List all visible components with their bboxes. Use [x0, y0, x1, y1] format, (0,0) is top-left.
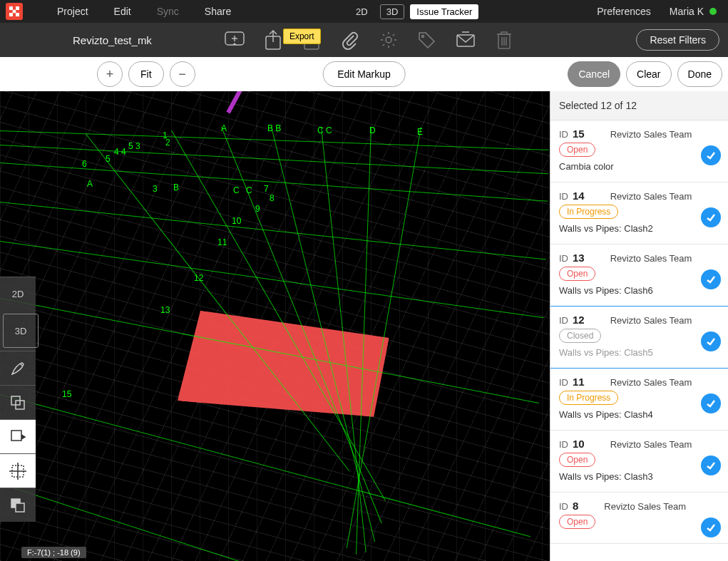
edit-markup-button[interactable]: Edit Markup	[322, 61, 406, 87]
svg-rect-0	[9, 6, 13, 10]
menu-preferences[interactable]: Preferences	[584, 6, 663, 17]
issue-id-label: ID	[559, 377, 568, 388]
palette-select-icon[interactable]	[0, 385, 36, 419]
issue-status-pill: Open	[559, 143, 595, 157]
user-area[interactable]: Maria K	[664, 6, 722, 17]
delete-button[interactable]	[491, 27, 517, 53]
issue-assignee: Revizto Sales Team	[610, 129, 719, 140]
issue-id: 12	[573, 314, 585, 326]
issue-id: 15	[573, 128, 585, 140]
palette-2d[interactable]: 2D	[0, 277, 36, 311]
issue-id-label: ID	[559, 315, 568, 326]
grid-label: D	[369, 125, 376, 135]
issue-status-pill: In Progress	[559, 391, 618, 405]
grid-label: C	[246, 185, 252, 195]
clear-button[interactable]: Clear	[626, 61, 671, 87]
attachment-button[interactable]	[337, 27, 363, 53]
tags-button[interactable]	[414, 27, 440, 53]
issue-row[interactable]: ID 8 Revizto Sales Team Open	[550, 493, 728, 544]
online-status-icon	[709, 8, 717, 15]
grid-label: E	[417, 127, 423, 137]
new-issue-button[interactable]	[222, 27, 247, 53]
palette-layers-icon[interactable]	[0, 488, 36, 522]
svg-rect-23	[11, 431, 21, 441]
cancel-button[interactable]: Cancel	[568, 61, 620, 87]
issue-status-pill: Closed	[559, 329, 601, 343]
grid-label: 13	[160, 305, 170, 315]
issue-title: Walls vs Pipes: Clash6	[559, 285, 719, 296]
issue-id: 11	[573, 376, 585, 388]
grid-label: 3	[153, 184, 158, 194]
issue-title: Cambia color	[559, 161, 719, 172]
issue-id: 8	[573, 500, 578, 512]
issue-row[interactable]: ID 12 Revizto Sales Team Closed Walls vs…	[550, 306, 728, 369]
view-issue-tracker-toggle[interactable]: Issue Tracker	[410, 4, 478, 19]
app-logo-icon	[6, 3, 23, 20]
grid-label: 4 4	[114, 147, 126, 157]
settings-button[interactable]	[376, 27, 401, 53]
issue-id-label: ID	[559, 439, 568, 450]
palette-pen-icon[interactable]	[0, 351, 36, 385]
menu-sync[interactable]: Sync	[144, 6, 192, 17]
issue-selected-check-icon[interactable]	[701, 393, 721, 413]
tool-palette: 2D 3D	[0, 277, 36, 522]
grid-label: B	[173, 182, 179, 192]
user-name: Maria K	[670, 6, 704, 17]
issue-row[interactable]: ID 14 Revizto Sales Team In Progress Wal…	[550, 182, 728, 245]
export-button[interactable]: Export	[260, 27, 286, 53]
zoom-in-button[interactable]: +	[97, 61, 123, 87]
menu-edit[interactable]: Edit	[101, 6, 144, 17]
grid-label: 10	[232, 216, 241, 226]
issue-assignee: Revizto Sales Team	[610, 439, 719, 450]
inbox-button[interactable]	[453, 27, 478, 53]
svg-rect-3	[16, 13, 19, 16]
svg-point-12	[386, 37, 391, 43]
issue-id-label: ID	[559, 129, 568, 140]
viewport-3d[interactable]: A B B C C D E 1 2 3 4 4 5 3 6 5 A B C C …	[0, 91, 550, 561]
zoom-out-button[interactable]: −	[170, 61, 195, 87]
view-3d-toggle[interactable]: 3D	[380, 4, 405, 19]
svg-rect-1	[16, 6, 19, 10]
palette-section-icon[interactable]	[0, 419, 36, 453]
grid-label: 5 3	[128, 141, 140, 151]
grid-label: 8	[270, 193, 275, 203]
issue-row[interactable]: ID 15 Revizto Sales Team Open Cambia col…	[550, 120, 728, 182]
grid-label: 15	[62, 389, 71, 399]
svg-line-29	[228, 91, 267, 113]
svg-rect-28	[16, 503, 24, 512]
issue-selected-check-icon[interactable]	[701, 331, 721, 351]
grid-label: 2	[165, 138, 170, 148]
fit-button[interactable]: Fit	[128, 61, 164, 87]
reset-filters-button[interactable]: Reset Filters	[636, 29, 719, 51]
issue-id: 14	[573, 190, 585, 202]
issue-id: 10	[573, 438, 585, 450]
coordinate-readout: F:-7(1) ; -18 (9)	[21, 547, 86, 558]
svg-rect-2	[9, 13, 13, 16]
menu-share[interactable]: Share	[192, 6, 244, 17]
menu-project[interactable]: Project	[44, 6, 101, 17]
issue-selected-check-icon[interactable]	[701, 145, 721, 165]
issue-id-label: ID	[559, 253, 568, 264]
issue-row[interactable]: ID 13 Revizto Sales Team Open Walls vs P…	[550, 245, 728, 307]
issue-title: Walls vs Pipes: Clash3	[559, 471, 719, 482]
svg-point-13	[421, 36, 424, 38]
issue-row[interactable]: ID 10 Revizto Sales Team Open Walls vs P…	[550, 431, 728, 493]
issue-selected-check-icon[interactable]	[701, 207, 721, 227]
issue-row[interactable]: ID 11 Revizto Sales Team In Progress Wal…	[550, 369, 728, 431]
menu-bar: Project Edit Sync Share 2D 3D Issue Trac…	[0, 0, 728, 23]
export-tooltip: Export	[283, 29, 321, 44]
palette-crop-icon[interactable]	[0, 453, 36, 488]
grid-label: 5	[106, 154, 111, 164]
palette-3d[interactable]: 3D	[3, 314, 39, 348]
project-name: Revizto_test_mk	[9, 34, 209, 46]
issue-selected-check-icon[interactable]	[701, 518, 721, 537]
issue-status-pill: In Progress	[559, 205, 618, 219]
grid-label: C C	[317, 125, 332, 135]
issue-id: 13	[573, 252, 585, 264]
issue-selected-check-icon[interactable]	[701, 269, 721, 289]
issue-selected-check-icon[interactable]	[701, 456, 721, 475]
grid-label: 9	[255, 204, 260, 214]
view-2d-toggle[interactable]: 2D	[349, 4, 374, 19]
issue-title: Walls vs Pipes: Clash4	[559, 409, 719, 420]
done-button[interactable]: Done	[677, 61, 722, 87]
